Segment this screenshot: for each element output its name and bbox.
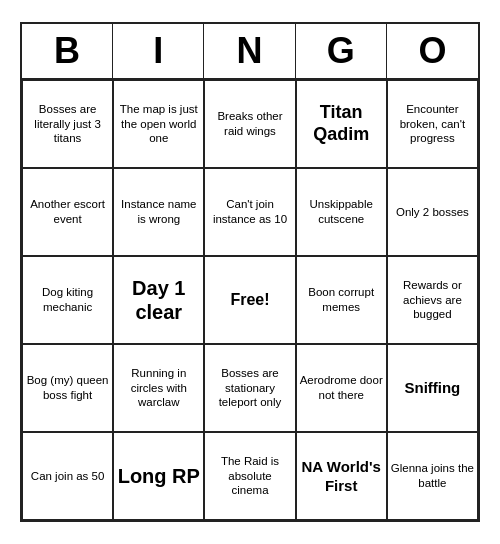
bingo-cell-5[interactable]: Another escort event — [22, 168, 113, 256]
bingo-cell-12[interactable]: Free! — [204, 256, 295, 344]
bingo-cell-24[interactable]: Glenna joins the battle — [387, 432, 478, 520]
bingo-cell-6[interactable]: Instance name is wrong — [113, 168, 204, 256]
bingo-letter: O — [387, 24, 478, 78]
bingo-cell-14[interactable]: Rewards or achievs are bugged — [387, 256, 478, 344]
bingo-cell-15[interactable]: Bog (my) queen boss fight — [22, 344, 113, 432]
bingo-cell-8[interactable]: Unskippable cutscene — [296, 168, 387, 256]
bingo-letter: B — [22, 24, 113, 78]
bingo-cell-17[interactable]: Bosses are stationary teleport only — [204, 344, 295, 432]
bingo-cell-2[interactable]: Breaks other raid wings — [204, 80, 295, 168]
bingo-cell-11[interactable]: Day 1 clear — [113, 256, 204, 344]
bingo-cell-3[interactable]: Titan Qadim — [296, 80, 387, 168]
bingo-cell-19[interactable]: Sniffing — [387, 344, 478, 432]
bingo-grid: Bosses are literally just 3 titansThe ma… — [22, 80, 478, 520]
bingo-letter: I — [113, 24, 204, 78]
bingo-cell-22[interactable]: The Raid is absolute cinema — [204, 432, 295, 520]
bingo-cell-7[interactable]: Can't join instance as 10 — [204, 168, 295, 256]
bingo-cell-20[interactable]: Can join as 50 — [22, 432, 113, 520]
bingo-cell-1[interactable]: The map is just the open world one — [113, 80, 204, 168]
bingo-cell-23[interactable]: NA World's First — [296, 432, 387, 520]
bingo-cell-13[interactable]: Boon corrupt memes — [296, 256, 387, 344]
bingo-cell-4[interactable]: Encounter broken, can't progress — [387, 80, 478, 168]
bingo-cell-0[interactable]: Bosses are literally just 3 titans — [22, 80, 113, 168]
bingo-cell-21[interactable]: Long RP — [113, 432, 204, 520]
bingo-cell-9[interactable]: Only 2 bosses — [387, 168, 478, 256]
bingo-cell-18[interactable]: Aerodrome door not there — [296, 344, 387, 432]
bingo-header: BINGO — [22, 24, 478, 80]
bingo-cell-16[interactable]: Running in circles with warclaw — [113, 344, 204, 432]
bingo-letter: N — [204, 24, 295, 78]
bingo-card: BINGO Bosses are literally just 3 titans… — [20, 22, 480, 522]
bingo-letter: G — [296, 24, 387, 78]
bingo-cell-10[interactable]: Dog kiting mechanic — [22, 256, 113, 344]
